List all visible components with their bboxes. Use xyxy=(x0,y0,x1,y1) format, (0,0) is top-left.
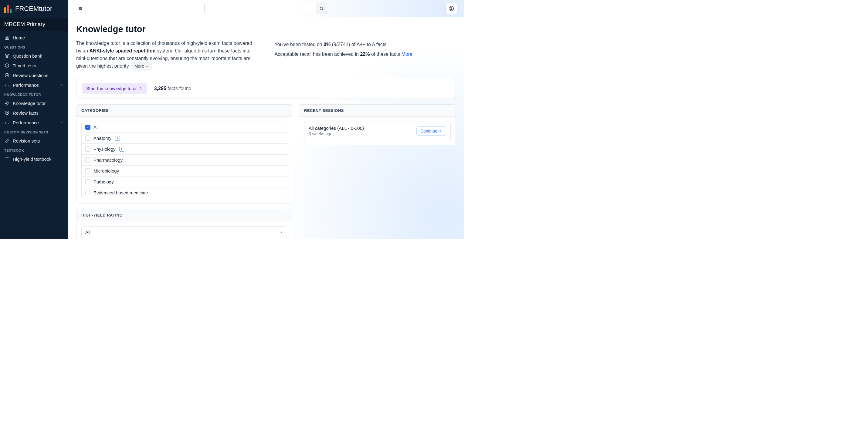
card-title: HIGH-YIELD RATING xyxy=(76,209,292,221)
categories-card: CATEGORIES AllAnatomy+Physiology+Pharmac… xyxy=(76,104,292,204)
session-sub: 3 weeks ago xyxy=(309,131,416,136)
chevron-right-icon xyxy=(439,129,442,133)
category-row[interactable]: Microbiology xyxy=(82,165,287,176)
category-label: Pharmacology xyxy=(93,158,123,163)
category-row[interactable]: Pharmacology xyxy=(82,154,287,165)
nav-performance-2[interactable]: Performance xyxy=(0,118,68,127)
nav-section-questions: QUESTIONS xyxy=(0,42,68,51)
nav-question-bank[interactable]: Question bank xyxy=(0,51,68,61)
expand-button[interactable]: + xyxy=(119,147,124,151)
recent-sessions-card: RECENT SESSIONS All categories (ALL - 0-… xyxy=(299,104,456,145)
search-button[interactable] xyxy=(316,3,327,14)
search xyxy=(204,3,327,14)
review-icon xyxy=(4,110,10,115)
category-checkbox[interactable] xyxy=(85,190,90,195)
user-menu-button[interactable] xyxy=(445,3,457,14)
logo-icon xyxy=(4,5,12,13)
category-label: Microbiology xyxy=(93,168,119,173)
svg-point-14 xyxy=(320,7,323,10)
svg-marker-6 xyxy=(5,101,9,105)
high-yield-select[interactable]: All xyxy=(81,226,287,238)
start-tutor-button[interactable]: Start the knowledge tutor xyxy=(82,83,147,94)
nav-label: High-yield textbook xyxy=(13,157,52,162)
stat-value: 0% xyxy=(323,42,331,47)
chevron-down-icon xyxy=(145,65,149,68)
nav-revision-sets[interactable]: Revision sets xyxy=(0,136,68,145)
nav-label: Revision sets xyxy=(13,138,40,143)
category-checkbox[interactable] xyxy=(85,179,90,184)
chevron-down-icon xyxy=(60,82,63,88)
action-card: Start the knowledge tutor 3,295 facts fo… xyxy=(76,78,456,99)
category-row[interactable]: Anatomy+ xyxy=(82,133,287,143)
stat-text: Acceptable recall has been achieved in xyxy=(275,51,360,57)
nav-section-knowledge: KNOWLEDGE TUTOR xyxy=(0,90,68,98)
nav-label: Performance xyxy=(13,82,39,88)
stats-more-link[interactable]: More xyxy=(402,51,412,57)
continue-button[interactable]: Continue xyxy=(416,127,446,136)
nav-timed-tests[interactable]: Timed tests xyxy=(0,61,68,70)
chart-icon xyxy=(4,82,10,88)
intro-bold: ANKI-style spaced repetition xyxy=(90,48,156,54)
search-icon xyxy=(319,6,324,11)
nav-label: Review questions xyxy=(13,73,49,78)
button-label: Continue xyxy=(420,129,437,133)
nav-label: Timed tests xyxy=(13,63,36,68)
category-label: Anatomy xyxy=(93,136,112,141)
nav-performance-1[interactable]: Performance xyxy=(0,80,68,90)
category-row[interactable]: Pathology xyxy=(82,176,287,187)
category-checkbox[interactable] xyxy=(85,125,90,130)
chart-icon xyxy=(4,120,10,125)
card-title: RECENT SESSIONS xyxy=(299,105,456,117)
nav-home[interactable]: Home xyxy=(0,33,68,42)
session-row: All categories (ALL - 0-100) 3 weeks ago… xyxy=(304,122,451,140)
stack-icon xyxy=(4,53,10,59)
category-list: AllAnatomy+Physiology+PharmacologyMicrob… xyxy=(81,122,287,198)
category-label: All xyxy=(93,125,99,130)
nav-review-facts[interactable]: Review facts xyxy=(0,108,68,118)
stat-text: of these facts xyxy=(370,51,402,57)
nav-label: Home xyxy=(13,35,25,40)
category-checkbox[interactable] xyxy=(85,146,90,151)
intro-more-button[interactable]: More xyxy=(131,62,152,71)
nav-section-textbook: TEXTBOOK xyxy=(0,145,68,154)
topbar xyxy=(68,0,464,17)
main: Knowledge tutor The knowledge tutor is a… xyxy=(68,0,464,239)
svg-line-15 xyxy=(322,9,323,10)
chevron-right-icon xyxy=(139,87,143,90)
user-icon xyxy=(448,6,454,11)
category-checkbox[interactable] xyxy=(85,136,90,141)
review-icon xyxy=(4,72,10,78)
search-input[interactable] xyxy=(205,3,316,14)
facts-found: 3,295 facts found xyxy=(154,86,191,91)
chevron-down-icon xyxy=(279,230,283,234)
expand-button[interactable]: + xyxy=(115,136,120,141)
category-row[interactable]: Evidenced based medicine xyxy=(82,187,287,198)
nav-knowledge-tutor[interactable]: Knowledge tutor xyxy=(0,98,68,108)
category-row[interactable]: Physiology+ xyxy=(82,143,287,154)
brand-name: FRCEMtutor xyxy=(15,5,52,13)
menu-toggle-button[interactable] xyxy=(75,3,86,14)
nav-review-questions[interactable]: Review questions xyxy=(0,70,68,80)
svg-point-17 xyxy=(451,7,452,9)
nav-label: Question bank xyxy=(13,54,42,59)
facts-suffix: facts found xyxy=(166,86,191,91)
button-label: Start the knowledge tutor xyxy=(86,86,137,91)
home-icon xyxy=(4,35,10,40)
intro-stats: You've been tested on 0% (9/2741) of A++… xyxy=(275,40,456,71)
category-checkbox[interactable] xyxy=(85,158,90,163)
facts-count: 3,295 xyxy=(154,86,166,91)
nav-textbook[interactable]: High-yield textbook xyxy=(0,154,68,164)
intro-text: The knowledge tutor is a collection of t… xyxy=(76,40,258,71)
category-row[interactable]: All xyxy=(82,122,287,133)
session-title: All categories (ALL - 0-100) xyxy=(309,126,416,131)
high-yield-card: HIGH-YIELD RATING All xyxy=(76,209,292,239)
stat-text: You've been tested on xyxy=(275,42,324,47)
nav-label: Review facts xyxy=(13,110,38,115)
card-title: CATEGORIES xyxy=(76,105,292,117)
chevron-down-icon xyxy=(60,120,63,125)
brand[interactable]: FRCEMtutor xyxy=(0,0,68,18)
stat-text: (9/2741) of A++ to A facts xyxy=(331,42,386,47)
category-checkbox[interactable] xyxy=(85,168,90,173)
nav-section-custom: CUSTOM REVISION SETS xyxy=(0,127,68,136)
more-label: More xyxy=(134,63,144,70)
